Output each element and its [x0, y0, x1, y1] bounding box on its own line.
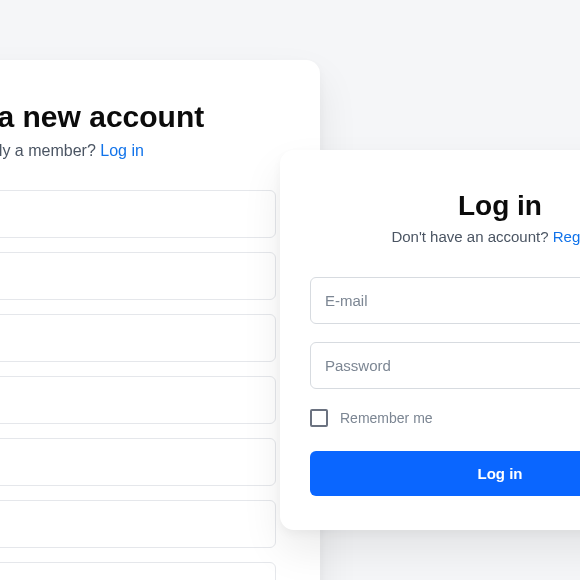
register-field-placeholder [0, 314, 276, 362]
checkbox-icon[interactable] [310, 409, 328, 427]
register-subtext: Already a member? Log in [0, 142, 276, 160]
register-title: Create a new account [0, 100, 276, 134]
register-link[interactable]: Register [553, 228, 580, 245]
register-card: Create a new account Already a member? L… [0, 60, 320, 580]
register-field-placeholder [0, 562, 276, 580]
login-link[interactable]: Log in [100, 142, 144, 159]
login-card: Log in Don't have an account? Register R… [280, 150, 580, 530]
register-field-placeholder [0, 252, 276, 300]
login-subtext-static: Don't have an account? [391, 228, 552, 245]
remember-me[interactable]: Remember me [310, 409, 580, 427]
login-title: Log in [310, 190, 580, 222]
email-field[interactable] [310, 277, 580, 324]
register-field-placeholder [0, 376, 276, 424]
register-field-placeholder [0, 500, 276, 548]
login-button[interactable]: Log in [310, 451, 580, 496]
register-field-placeholder [0, 438, 276, 486]
register-subtext-static: Already a member? [0, 142, 100, 159]
login-subtext: Don't have an account? Register [310, 228, 580, 245]
remember-me-label: Remember me [340, 410, 433, 426]
register-field-placeholder [0, 190, 276, 238]
password-field[interactable] [310, 342, 580, 389]
